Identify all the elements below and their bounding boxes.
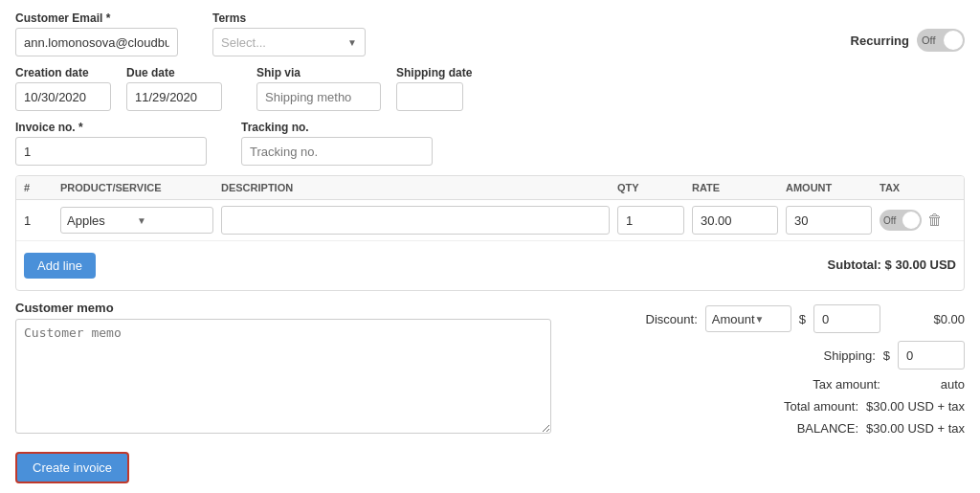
shipping-dollar-sign: $ — [883, 348, 890, 363]
shipping-row: Shipping: $ — [567, 341, 965, 370]
tax-cell[interactable]: Off 🗑 — [880, 210, 956, 231]
discount-amount-input[interactable] — [813, 304, 880, 333]
terms-placeholder: Select... — [221, 35, 266, 50]
tax-amount-row: Tax amount: auto — [567, 377, 965, 392]
description-input[interactable] — [221, 206, 610, 235]
discount-type-value: Amount — [712, 312, 755, 326]
rate-cell[interactable] — [692, 206, 778, 235]
col-rate: RATE — [692, 182, 778, 193]
total-row: Total amount: $30.00 USD + tax — [567, 399, 965, 414]
discount-label: Discount: — [612, 312, 698, 326]
col-tax: TAX — [880, 182, 956, 193]
rate-input[interactable] — [692, 206, 778, 235]
table-row: 1 Apples ▼ Off 🗑 — [16, 200, 964, 241]
tracking-no-label: Tracking no. — [241, 121, 433, 134]
tax-amount-value: auto — [888, 377, 965, 392]
creation-date-input[interactable] — [15, 82, 111, 111]
bottom-section: Customer memo Discount: Amount ▼ $ $0.00… — [15, 301, 965, 437]
create-invoice-button[interactable]: Create invoice — [15, 452, 129, 483]
col-product: PRODUCT/SERVICE — [60, 182, 213, 193]
discount-dollar-sign: $ — [799, 312, 806, 326]
tax-amount-label: Tax amount: — [794, 377, 880, 392]
product-value: Apples — [67, 213, 137, 228]
terms-chevron-icon: ▼ — [347, 37, 357, 48]
creation-date-label: Creation date — [15, 66, 111, 79]
col-qty: QTY — [617, 182, 684, 193]
shipping-label: Shipping: — [790, 348, 876, 363]
subtotal-value: $ 30.00 USD — [885, 258, 956, 272]
terms-label: Terms — [212, 11, 366, 25]
memo-section: Customer memo — [15, 301, 551, 437]
customer-email-label: Customer Email * — [15, 11, 178, 25]
tax-toggle-text: Off — [883, 215, 896, 226]
amount-cell[interactable] — [786, 206, 872, 235]
col-num: # — [24, 182, 53, 193]
due-date-input[interactable] — [126, 82, 222, 111]
row-num: 1 — [24, 213, 53, 228]
customer-email-input[interactable] — [15, 28, 178, 56]
qty-cell[interactable] — [617, 206, 684, 235]
due-date-label: Due date — [126, 66, 222, 79]
tracking-no-input[interactable] — [241, 137, 433, 166]
product-cell[interactable]: Apples ▼ — [60, 207, 213, 234]
invoice-no-label: Invoice no. * — [15, 121, 207, 134]
subtotal-row: Subtotal: $ 30.00 USD — [820, 252, 964, 280]
memo-label: Customer memo — [15, 301, 551, 315]
total-value: $30.00 USD + tax — [866, 399, 965, 414]
description-cell[interactable] — [221, 206, 610, 235]
shipping-date-label: Shipping date — [396, 66, 472, 79]
terms-select[interactable]: Select... ▼ — [212, 28, 366, 56]
shipping-date-input[interactable] — [396, 82, 463, 111]
tax-toggle-knob — [902, 212, 920, 229]
recurring-label: Recurring — [851, 34, 909, 48]
balance-row: BALANCE: $30.00 USD + tax — [567, 421, 965, 436]
amount-input[interactable] — [786, 206, 872, 235]
invoice-table: # PRODUCT/SERVICE DESCRIPTION QTY RATE A… — [15, 175, 965, 291]
tax-toggle[interactable]: Off — [880, 210, 922, 231]
col-description: DESCRIPTION — [221, 182, 610, 193]
qty-input[interactable] — [617, 206, 684, 235]
invoice-no-input[interactable] — [15, 137, 207, 166]
subtotal-label: Subtotal: — [828, 258, 881, 272]
table-header: # PRODUCT/SERVICE DESCRIPTION QTY RATE A… — [16, 176, 964, 200]
discount-chevron-icon: ▼ — [755, 314, 785, 325]
summary-section: Discount: Amount ▼ $ $0.00 Shipping: $ T… — [567, 301, 965, 437]
shipping-amount-input[interactable] — [898, 341, 965, 370]
balance-value: $30.00 USD + tax — [866, 421, 965, 436]
discount-total-value: $0.00 — [888, 312, 965, 326]
memo-textarea[interactable] — [15, 319, 551, 434]
total-label: Total amount: — [772, 399, 858, 414]
col-amount: AMOUNT — [786, 182, 872, 193]
discount-row: Discount: Amount ▼ $ $0.00 — [567, 304, 965, 333]
toggle-knob — [944, 31, 963, 50]
ship-via-label: Ship via — [256, 66, 381, 79]
toggle-off-text: Off — [922, 34, 935, 46]
product-select[interactable]: Apples ▼ — [60, 207, 213, 234]
product-chevron-icon: ▼ — [137, 215, 207, 226]
delete-row-icon[interactable]: 🗑 — [927, 212, 943, 229]
discount-type-select[interactable]: Amount ▼ — [705, 305, 791, 332]
ship-via-input[interactable] — [256, 82, 381, 111]
recurring-toggle[interactable]: Off — [917, 29, 965, 52]
balance-label: BALANCE: — [772, 421, 858, 436]
add-line-button[interactable]: Add line — [24, 253, 96, 279]
